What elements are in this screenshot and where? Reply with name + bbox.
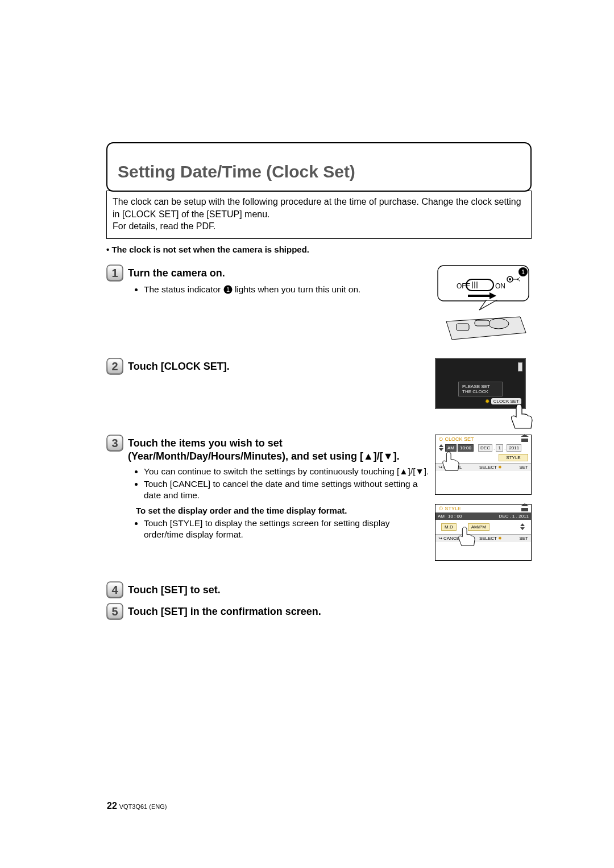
step-3-title: Touch the items you wish to set (Year/Mo… <box>128 435 429 464</box>
home-icon[interactable] <box>521 506 528 511</box>
please-set-message: PLEASE SET THE CLOCK <box>458 382 503 396</box>
arrow-column[interactable] <box>520 523 525 530</box>
gear-icon: ✹ <box>485 398 489 404</box>
clock-set-header: CLOCK SET <box>445 436 474 442</box>
return-icon[interactable]: ↩ <box>438 536 442 541</box>
shipping-note: • The clock is not set when the camera i… <box>106 245 532 254</box>
pointing-hand-icon <box>457 526 477 546</box>
select-label: SELECT <box>479 536 497 541</box>
svg-point-18 <box>488 319 509 329</box>
step-1-title: Turn the camera on. <box>128 264 225 280</box>
index-marker: 1 <box>521 268 525 275</box>
on-label: ON <box>495 282 505 290</box>
select-gear-icon: ✹ <box>498 465 502 470</box>
up-arrow-icon[interactable] <box>439 444 443 447</box>
clock-icon: ⏲ <box>438 436 443 442</box>
arrow-column[interactable] <box>438 444 444 451</box>
intro-box: The clock can be setup with the followin… <box>106 191 532 239</box>
clock-set-panel: ⏲ CLOCK SET AM 10:00 DEC . 1 . 2011 <box>435 435 532 495</box>
down-arrow-icon[interactable] <box>520 527 525 530</box>
style-header: STYLE <box>445 506 462 511</box>
style-panel: ⏲ STYLE AM 10 : 00 DEC . 1 . 2011 M.D AM… <box>435 504 532 561</box>
svg-text:1: 1 <box>226 286 230 293</box>
step-3-badge: 3 <box>106 435 123 452</box>
off-label: OFF <box>457 282 470 290</box>
page: Setting Date/Time (Clock Set) The clock … <box>0 0 614 868</box>
home-icon[interactable] <box>521 436 528 442</box>
step-5-badge: 5 <box>106 603 123 620</box>
set-button[interactable]: SET <box>519 465 528 470</box>
svg-rect-20 <box>457 324 469 330</box>
step-3-bullet-2: Touch [CANCEL] to cancel the date and ti… <box>144 478 429 501</box>
step-3-bullet-3: Touch [STYLE] to display the settings sc… <box>144 518 429 540</box>
pointing-hand-icon <box>441 451 461 471</box>
please-set-clock-screen: PLEASE SET THE CLOCK ✹ CLOCK SET <box>435 358 532 423</box>
svg-text:5: 5 <box>111 605 118 618</box>
set-button[interactable]: SET <box>519 536 528 541</box>
month-cell[interactable]: DEC <box>478 444 492 452</box>
svg-rect-7 <box>466 279 493 291</box>
style-button[interactable]: STYLE <box>499 454 528 461</box>
svg-point-12 <box>509 278 511 280</box>
pointing-hand-icon <box>509 403 535 429</box>
year-cell[interactable]: 2011 <box>507 444 521 452</box>
page-footer: 22 VQT3Q61 (ENG) <box>107 801 167 811</box>
step-4-badge: 4 <box>106 581 123 598</box>
svg-text:1: 1 <box>111 267 118 279</box>
step-4-title: Touch [SET] to set. <box>128 581 221 597</box>
power-switch-illustration: 1 OFF ON <box>435 264 532 344</box>
index-1-icon: 1 <box>223 285 233 294</box>
svg-text:2: 2 <box>111 360 118 373</box>
day-cell[interactable]: 1 <box>496 444 503 452</box>
doc-code: VQT3Q61 (ENG) <box>119 803 167 810</box>
intro-text: The clock can be setup with the followin… <box>113 197 521 231</box>
lcd: PLEASE SET THE CLOCK ✹ CLOCK SET <box>435 358 526 409</box>
step-3-subhead: To set the display order and the time di… <box>136 506 429 515</box>
style-date: DEC . 1 . 2011 <box>465 514 529 519</box>
step-5-title: Touch [SET] in the confirmation screen. <box>128 603 321 618</box>
title-box: Setting Date/Time (Clock Set) <box>106 142 532 192</box>
svg-rect-19 <box>475 320 489 326</box>
step-1-bullet: The status indicator 1 lights when you t… <box>144 284 429 295</box>
style-am: AM <box>438 514 445 519</box>
svg-text:4: 4 <box>111 584 118 596</box>
battery-icon <box>518 362 522 371</box>
select-gear-icon: ✹ <box>498 536 502 541</box>
style-time: 10 : 00 <box>448 514 462 519</box>
clock-icon: ⏲ <box>438 506 443 511</box>
step-2-badge: 2 <box>106 358 123 375</box>
up-arrow-icon[interactable] <box>520 523 525 526</box>
page-number: 22 <box>107 801 117 811</box>
mdy-button[interactable]: M.D <box>441 523 457 531</box>
select-label: SELECT <box>479 465 497 470</box>
step-2-title: Touch [CLOCK SET]. <box>128 358 230 373</box>
step-1-badge: 1 <box>106 264 123 282</box>
svg-text:3: 3 <box>111 437 118 449</box>
page-title: Setting Date/Time (Clock Set) <box>115 163 522 180</box>
step-3-bullet-1: You can continue to switch the settings … <box>144 466 429 477</box>
